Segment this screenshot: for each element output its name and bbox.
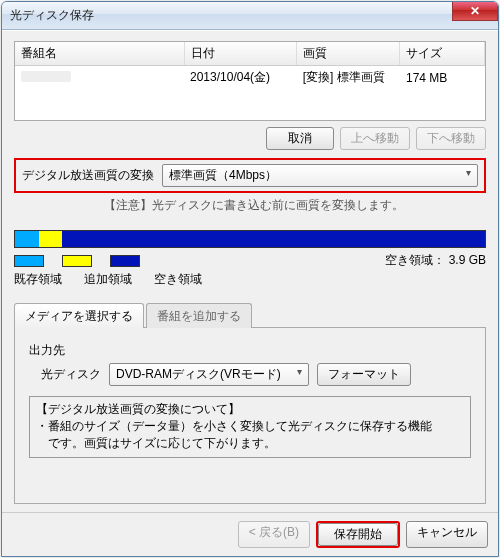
output-section: 出力先 光ディスク DVD-RAMディスク(VRモード) フォーマット: [29, 342, 471, 386]
tabs: メディアを選択する 番組を追加する: [14, 303, 486, 328]
usage-added-seg: [39, 231, 63, 247]
usage-existing-seg: [15, 231, 39, 247]
quality-convert-row: デジタル放送画質の変換 標準画質（4Mbps）: [14, 158, 486, 193]
output-disc-label: 光ディスク: [41, 366, 101, 383]
tab-select-media[interactable]: メディアを選択する: [14, 303, 144, 328]
legend-added-swatch: [62, 255, 92, 267]
cell-size: 174 MB: [400, 66, 485, 90]
titlebar[interactable]: 光ディスク保存 ✕: [2, 2, 498, 30]
list-buttons: 取消 上へ移動 下へ移動: [14, 127, 486, 150]
window-controls: ✕: [452, 2, 498, 21]
program-table[interactable]: 番組名 日付 画質 サイズ 2013/10/04(金) [変換] 標準画質 17…: [14, 41, 486, 121]
info-title: 【デジタル放送画質の変換について】: [36, 401, 464, 418]
quality-convert-note: 【注意】光ディスクに書き込む前に画質を変換します。: [14, 197, 486, 214]
col-quality[interactable]: 画質: [297, 42, 400, 66]
info-box: 【デジタル放送画質の変換について】 ・番組のサイズ（データ量）を小さく変換して光…: [29, 396, 471, 458]
tab-pane: 出力先 光ディスク DVD-RAMディスク(VRモード) フォーマット 【デジタ…: [14, 327, 486, 504]
table-row[interactable]: 2013/10/04(金) [変換] 標準画質 174 MB: [15, 66, 485, 90]
usage-free-seg: [62, 231, 485, 247]
program-name-blurred: [21, 71, 71, 82]
output-section-label: 出力先: [29, 342, 471, 359]
usage-legend-labels: 既存領域 追加領域 空き領域: [14, 271, 486, 288]
tab-add-program[interactable]: 番組を追加する: [146, 303, 252, 328]
move-up-button: 上へ移動: [340, 127, 410, 150]
cell-quality: [変換] 標準画質: [297, 66, 400, 90]
info-body1: ・番組のサイズ（データ量）を小さく変換して光ディスクに保存する機能: [36, 418, 464, 435]
legend-existing-swatch: [14, 255, 44, 267]
col-program[interactable]: 番組名: [15, 42, 184, 66]
dialog-window: 光ディスク保存 ✕ 番組名 日付 画質 サイズ 2013/10/04(金) [変…: [1, 1, 499, 557]
legend-existing-label: 既存領域: [14, 271, 66, 288]
disk-usage-bar: [14, 230, 486, 248]
legend-free-label: 空き領域: [154, 271, 206, 288]
window-title: 光ディスク保存: [10, 7, 94, 24]
quality-convert-label: デジタル放送画質の変換: [22, 167, 154, 184]
free-space-label: 空き領域： 3.9 GB: [385, 252, 486, 269]
back-button: < 戻る(B): [238, 521, 310, 548]
save-start-button[interactable]: 保存開始: [318, 523, 398, 546]
quality-convert-select[interactable]: 標準画質（4Mbps）: [162, 164, 478, 187]
col-size[interactable]: サイズ: [400, 42, 485, 66]
legend-free-swatch: [110, 255, 140, 267]
client-area: 番組名 日付 画質 サイズ 2013/10/04(金) [変換] 標準画質 17…: [2, 30, 498, 512]
dialog-footer: < 戻る(B) 保存開始 キャンセル: [2, 512, 498, 556]
close-icon[interactable]: ✕: [452, 2, 498, 21]
cancel-op-button[interactable]: 取消: [266, 127, 334, 150]
legend-added-label: 追加領域: [84, 271, 136, 288]
move-down-button: 下へ移動: [416, 127, 486, 150]
cell-date: 2013/10/04(金): [184, 66, 297, 90]
output-disc-select[interactable]: DVD-RAMディスク(VRモード): [109, 363, 309, 386]
cancel-button[interactable]: キャンセル: [406, 521, 488, 548]
format-button[interactable]: フォーマット: [317, 363, 411, 386]
info-body2: です。画質はサイズに応じて下がります。: [36, 435, 464, 452]
usage-legend: 空き領域： 3.9 GB: [14, 252, 486, 269]
col-date[interactable]: 日付: [184, 42, 297, 66]
